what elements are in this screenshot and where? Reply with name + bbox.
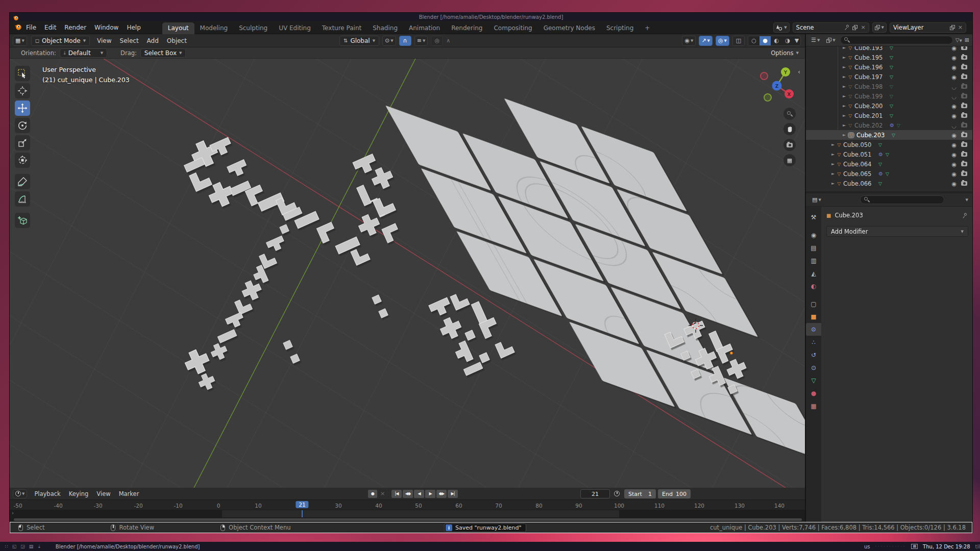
timeline-expand-arrow[interactable]: › (12, 510, 14, 516)
shading-rendered[interactable]: ◑ (782, 36, 793, 45)
transport-button[interactable]: ◀ (414, 490, 424, 498)
visibility-dropdown[interactable]: ▼ (682, 36, 696, 46)
tool-rotate[interactable] (15, 118, 30, 133)
pin-properties-icon[interactable] (961, 211, 968, 219)
copy-viewlayer-icon[interactable] (950, 25, 955, 30)
visibility-eye-icon[interactable] (951, 122, 957, 129)
transport-button[interactable]: ◆▶ (436, 490, 447, 498)
workspace-tab[interactable]: Modeling (194, 22, 234, 34)
timeline-menu-item[interactable]: Playback (30, 490, 64, 497)
outliner-row[interactable]: ► ▽ Cube.203 ⚙ ▽ (806, 130, 972, 140)
outliner-row[interactable]: ► ▽ Cube.050 ⚙ ▽ (806, 140, 972, 149)
workspace-tab[interactable]: Animation (403, 22, 446, 34)
outliner-row[interactable]: ► ▽ Cube.195 ⚙ ▽ (806, 53, 972, 62)
drag-dropdown[interactable]: Select Box▼ (140, 48, 186, 58)
orientation-dropdown[interactable]: ⇅Global▼ (339, 36, 379, 46)
properties-tab[interactable]: ◐ (806, 280, 821, 292)
expand-arrow-icon[interactable]: ► (831, 171, 835, 176)
gizmo-neg-y[interactable] (764, 94, 771, 101)
save-notification[interactable]: i Saved "runway2.blend" (444, 523, 526, 532)
keyingset-clear-button[interactable]: × (380, 490, 385, 497)
outliner-row[interactable]: ► ▽ Cube.064 ⚙ ▽ (806, 159, 972, 169)
visibility-eye-icon[interactable] (951, 46, 957, 52)
visibility-eye-icon[interactable] (951, 180, 957, 187)
properties-options-dropdown[interactable]: ▼ (966, 198, 968, 202)
render-camera-icon[interactable] (961, 74, 967, 79)
outliner-row[interactable]: ► ▽ Cube.201 ⚙ ▽ (806, 111, 972, 120)
properties-tab[interactable]: ● (806, 387, 821, 399)
properties-tab[interactable]: ↺ (806, 348, 821, 361)
object-name[interactable]: Cube.051 (843, 151, 876, 158)
menu-item[interactable]: Render (60, 21, 90, 34)
outliner-row[interactable]: ► ▽ Cube.200 ⚙ ▽ (806, 101, 972, 111)
scene-selector[interactable]: Scene × (793, 22, 869, 33)
camera-view-button[interactable] (783, 139, 796, 151)
expand-arrow-icon[interactable]: ► (831, 152, 835, 157)
viewport-menu-item[interactable]: View (93, 34, 115, 47)
render-camera-icon[interactable] (961, 55, 967, 60)
render-camera-icon[interactable] (961, 65, 967, 69)
nav-gizmo[interactable]: Y Z X (761, 67, 794, 101)
expand-arrow-icon[interactable]: ► (831, 142, 835, 147)
auto-key-button[interactable]: ● (368, 490, 377, 498)
options-dropdown[interactable]: Options▼ (771, 49, 799, 57)
outliner-row[interactable]: ► ▽ Cube.196 ⚙ ▽ (806, 62, 972, 72)
expand-arrow-icon[interactable]: ► (843, 46, 846, 50)
viewport-canvas[interactable]: Y Z X User Perspective (21) cut_unique |… (10, 59, 806, 488)
outliner-row[interactable]: ► ▽ Cube.066 ⚙ ▽ (806, 179, 972, 188)
tool-move[interactable] (15, 101, 30, 116)
properties-tab[interactable]: ⚙ (806, 323, 821, 336)
gizmos-toggle[interactable]: ↗▼ (699, 36, 713, 46)
gizmo-neg-x[interactable] (761, 72, 768, 80)
object-name[interactable]: Cube.197 (854, 73, 887, 81)
outliner-row[interactable]: ► ▽ Cube.065 ⚙ ▽ (806, 169, 972, 179)
render-camera-icon[interactable] (961, 162, 967, 166)
tool-transform[interactable] (15, 153, 30, 168)
workspace-tab[interactable]: Compositing (488, 22, 537, 34)
object-name[interactable]: Cube.199 (854, 93, 887, 100)
filter-icon[interactable]: ▽▼ (955, 37, 962, 43)
properties-tab[interactable]: ▦ (806, 399, 821, 412)
expand-arrow-icon[interactable]: ► (831, 181, 835, 186)
workspace-tab[interactable]: Shading (367, 22, 403, 34)
expand-arrow-icon[interactable]: ► (843, 74, 846, 79)
window-titlebar[interactable]: Blender [/home/amalie/Desktop/blender/ru… (10, 13, 972, 21)
outliner-row[interactable]: ► ▽ Cube.198 ⚙ ▽ (806, 82, 972, 91)
menu-item[interactable]: Edit (40, 21, 60, 34)
close-scene-icon[interactable]: × (861, 24, 865, 31)
render-camera-icon[interactable] (961, 181, 967, 186)
tool-cursor[interactable] (15, 83, 30, 98)
outliner-display-mode[interactable]: ▼ (824, 36, 837, 45)
tool-scale[interactable] (15, 135, 30, 151)
object-name[interactable]: Cube.193 (854, 46, 887, 52)
visibility-eye-icon[interactable] (951, 151, 957, 158)
timeline-scrollbar[interactable] (14, 518, 802, 521)
properties-search[interactable] (860, 195, 944, 204)
frame-end-field[interactable]: End100 (658, 489, 691, 498)
properties-tab[interactable]: ⊙ (806, 361, 821, 374)
viewlayer-type-dropdown[interactable]: ▼ (872, 22, 887, 33)
keyboard-layout[interactable]: us (864, 544, 870, 549)
expand-arrow-icon[interactable]: ► (831, 162, 835, 166)
copy-scene-icon[interactable] (852, 25, 857, 30)
overlays-toggle[interactable]: ◎▼ (716, 36, 729, 46)
object-name[interactable]: Cube.201 (854, 112, 887, 119)
properties-tab[interactable]: ▢ (806, 297, 821, 310)
shading-solid[interactable]: ● (760, 36, 771, 45)
viewport-menu-item[interactable]: Add (143, 34, 163, 47)
timeline-track-band[interactable]: › (10, 510, 806, 517)
stopwatch-icon[interactable] (614, 491, 620, 496)
visibility-eye-icon[interactable] (951, 83, 957, 90)
pivot-dropdown[interactable]: ⊙▼ (382, 36, 396, 46)
blender-menu-icon[interactable] (14, 22, 22, 33)
transport-button[interactable]: |◀ (391, 490, 402, 498)
tool-annotate[interactable] (15, 174, 30, 189)
visibility-eye-icon[interactable] (951, 73, 957, 81)
transport-button[interactable]: ▶| (448, 490, 458, 498)
expand-arrow-icon[interactable]: ► (843, 113, 846, 118)
object-name[interactable]: Cube.202 (854, 122, 887, 129)
workspace-tab[interactable]: + (639, 22, 655, 34)
visibility-eye-icon[interactable] (951, 141, 957, 148)
snap-with-dropdown[interactable]: ≡▼ (414, 36, 428, 46)
object-name[interactable]: Cube.195 (854, 54, 887, 61)
